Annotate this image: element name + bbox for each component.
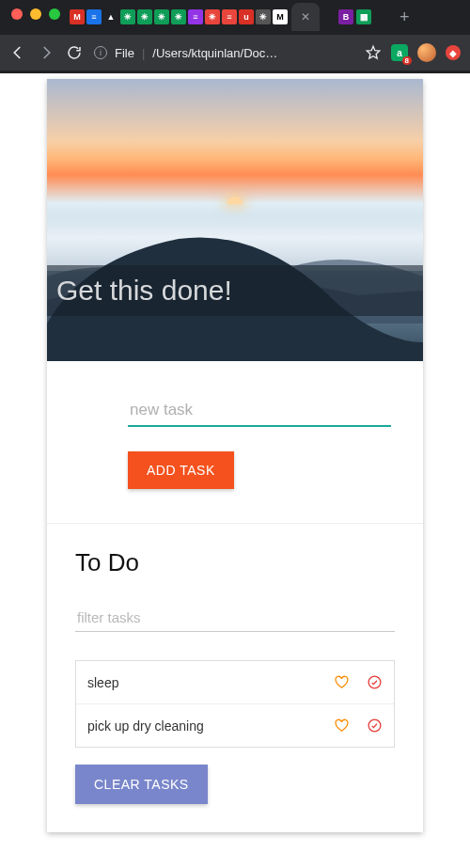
hero-title-band: Get this done! <box>47 265 423 316</box>
svg-point-1 <box>368 719 381 732</box>
url-scheme: File <box>115 46 134 60</box>
app-card: Get this done! ADD TASK To Do sleep <box>47 79 423 832</box>
address-bar[interactable]: i File | /Users/ktquinlan/Doc… <box>94 46 353 60</box>
extension-icon[interactable]: ◆ <box>446 45 461 60</box>
pinned-tab[interactable]: u <box>239 9 254 24</box>
new-tab-button[interactable]: + <box>400 8 410 27</box>
browser-toolbar: i File | /Users/ktquinlan/Doc… a ◆ <box>0 35 470 71</box>
pinned-tab[interactable]: ✳ <box>205 9 220 24</box>
add-task-section: ADD TASK <box>47 361 423 524</box>
hero-title: Get this done! <box>56 275 232 307</box>
task-list-section: To Do sleep pick up dry cleaning <box>47 524 423 832</box>
pinned-tab[interactable]: ✳ <box>256 9 271 24</box>
pinned-tab[interactable]: ≡ <box>188 9 203 24</box>
url-separator: | <box>142 46 145 60</box>
background-tabs: B ▦ <box>338 9 371 24</box>
list-heading: To Do <box>75 548 395 577</box>
pinned-tab[interactable]: ▲ <box>103 9 118 24</box>
task-text: sleep <box>87 675 334 690</box>
task-row: sleep <box>76 661 394 703</box>
pinned-tab[interactable]: ✳ <box>171 9 186 24</box>
clear-tasks-button[interactable]: CLEAR TASKS <box>75 765 208 804</box>
browser-chrome: M ≡ ▲ ✳ ✳ ✳ ✳ ≡ ✳ ≡ u ✳ M ✕ B ▦ + <box>0 0 470 73</box>
check-circle-icon[interactable] <box>367 718 383 734</box>
add-task-button[interactable]: ADD TASK <box>128 451 234 489</box>
pinned-tabs: M ≡ ▲ ✳ ✳ ✳ ✳ ≡ ✳ ≡ u ✳ M <box>70 9 288 24</box>
hero-image: Get this done! <box>47 79 423 361</box>
task-row: pick up dry cleaning <box>76 703 394 747</box>
background-tab[interactable]: ▦ <box>356 9 371 24</box>
active-tab[interactable]: ✕ <box>291 3 320 31</box>
pinned-tab[interactable]: ✳ <box>154 9 169 24</box>
reload-button[interactable] <box>66 44 83 61</box>
filter-tasks-input[interactable] <box>75 604 395 632</box>
minimize-window-button[interactable] <box>30 8 41 20</box>
task-text: pick up dry cleaning <box>87 718 334 734</box>
back-button[interactable] <box>9 44 26 61</box>
url-path: /Users/ktquinlan/Doc… <box>152 46 277 60</box>
extension-badge-letter: a <box>397 48 402 58</box>
hero-sun <box>227 197 243 204</box>
pinned-tab[interactable]: M <box>70 9 85 24</box>
pinned-tab[interactable]: ≡ <box>86 9 102 24</box>
tab-strip: M ≡ ▲ ✳ ✳ ✳ ✳ ≡ ✳ ≡ u ✳ M ✕ B ▦ + <box>64 3 470 31</box>
heart-icon[interactable] <box>334 718 350 734</box>
pinned-tab[interactable]: ✳ <box>120 9 135 24</box>
task-table: sleep pick up dry cleaning <box>75 660 395 748</box>
page-body: Get this done! ADD TASK To Do sleep <box>0 73 470 838</box>
close-tab-icon[interactable]: ✕ <box>301 10 310 24</box>
pinned-tab[interactable]: M <box>273 9 288 24</box>
background-tab[interactable]: B <box>338 9 353 24</box>
extension-badge[interactable]: a <box>391 44 408 61</box>
forward-button[interactable] <box>38 44 55 61</box>
heart-icon[interactable] <box>334 674 350 690</box>
new-task-input[interactable] <box>128 395 391 427</box>
maximize-window-button[interactable] <box>49 8 60 20</box>
svg-point-0 <box>368 676 381 688</box>
pinned-tab[interactable]: ≡ <box>222 9 237 24</box>
pinned-tab[interactable]: ✳ <box>137 9 152 24</box>
site-info-icon[interactable]: i <box>94 46 107 59</box>
profile-avatar[interactable] <box>417 43 436 62</box>
close-window-button[interactable] <box>11 8 23 20</box>
check-circle-icon[interactable] <box>367 674 383 690</box>
star-bookmark-icon[interactable] <box>365 44 382 61</box>
